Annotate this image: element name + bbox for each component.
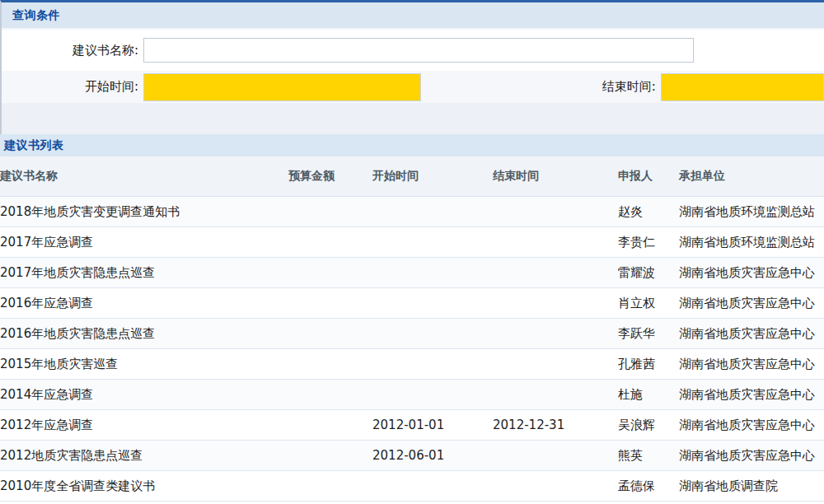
cell-unit: 湖南省地质灾害应急中心 [679, 380, 824, 410]
proposal-list-title-bar: 建议书列表 [0, 134, 824, 156]
end-time-label: 结束时间: [421, 79, 656, 95]
cell-applicant: 雷耀波 [618, 258, 679, 288]
cell-end [493, 288, 618, 319]
cell-unit: 湖南省地质灾害应急中心 [679, 441, 824, 471]
proposal-list-title: 建议书列表 [4, 138, 64, 153]
cell-start [372, 471, 493, 502]
cell-start [372, 288, 493, 319]
column-header-end: 结束时间 [493, 156, 618, 197]
cell-name: 2012地质灾害隐患点巡查 [0, 441, 288, 471]
cell-applicant: 李跃华 [618, 319, 679, 349]
cell-budget [288, 258, 372, 288]
cell-name: 2010年度全省调查类建议书 [0, 471, 288, 502]
cell-budget [288, 197, 372, 227]
cell-budget [288, 471, 372, 502]
cell-end [493, 441, 618, 471]
cell-applicant: 孔雅茜 [618, 349, 679, 380]
cell-applicant: 杜施 [618, 380, 679, 410]
proposal-table: 建议书名称 预算金额 开始时间 结束时间 申报人 承担单位 2018年地质灾害变… [0, 156, 824, 502]
cell-name: 2018年地质灾害变更调查通知书 [0, 197, 288, 227]
cell-budget [288, 227, 372, 258]
cell-start [372, 258, 493, 288]
cell-start: 2012-06-01 [372, 441, 493, 471]
table-row[interactable]: 2014年应急调查杜施湖南省地质灾害应急中心 [0, 380, 824, 410]
end-time-input[interactable] [661, 73, 824, 101]
proposal-name-input[interactable] [143, 38, 694, 63]
query-conditions-panel: 查询条件 建议书名称: 开始时间: 结束时间: [0, 0, 824, 134]
cell-applicant: 肖立权 [618, 288, 679, 319]
table-row[interactable]: 2018年地质灾害变更调查通知书赵炎湖南省地质环境监测总站 [0, 197, 824, 227]
cell-end [493, 258, 618, 288]
table-row[interactable]: 2016年应急调查肖立权湖南省地质灾害应急中心 [0, 288, 824, 319]
table-row[interactable]: 2010年度全省调查类建议书孟德保湖南省地质调查院 [0, 471, 824, 502]
cell-budget [288, 349, 372, 380]
cell-applicant: 孟德保 [618, 471, 679, 502]
cell-unit: 湖南省地质灾害应急中心 [679, 288, 824, 319]
start-time-label: 开始时间: [2, 79, 138, 95]
table-header-row: 建议书名称 预算金额 开始时间 结束时间 申报人 承担单位 [0, 156, 824, 197]
cell-name: 2017年地质灾害隐患点巡查 [0, 258, 288, 288]
cell-start [372, 319, 493, 349]
cell-start: 2012-01-01 [372, 410, 493, 441]
table-row[interactable]: 2017年应急调查李贵仁湖南省地质环境监测总站 [0, 227, 824, 258]
cell-name: 2017年应急调查 [0, 227, 288, 258]
column-header-start: 开始时间 [372, 156, 493, 197]
cell-applicant: 李贵仁 [618, 227, 679, 258]
cell-end [493, 197, 618, 227]
cell-name: 2012年应急调查 [0, 410, 288, 441]
cell-end [493, 227, 618, 258]
proposal-name-label: 建议书名称: [2, 43, 138, 58]
cell-end [493, 471, 618, 502]
cell-name: 2015年地质灾害巡查 [0, 349, 288, 380]
cell-unit: 湖南省地质灾害应急中心 [679, 349, 824, 380]
cell-end [493, 349, 618, 380]
cell-budget [288, 288, 372, 319]
column-header-budget: 预算金额 [288, 156, 372, 197]
cell-start [372, 227, 493, 258]
query-conditions-title: 查询条件 [12, 8, 60, 23]
cell-budget [288, 380, 372, 410]
cell-end [493, 380, 618, 410]
table-row[interactable]: 2015年地质灾害巡查孔雅茜湖南省地质灾害应急中心 [0, 349, 824, 380]
proposal-name-row: 建议书名称: [2, 30, 824, 71]
cell-start [372, 380, 493, 410]
query-panel-footer-band [2, 103, 824, 134]
cell-applicant: 熊英 [618, 441, 679, 471]
cell-name: 2016年应急调查 [0, 288, 288, 319]
cell-name: 2014年应急调查 [0, 380, 288, 410]
cell-budget [288, 319, 372, 349]
query-conditions-title-bar: 查询条件 [2, 2, 824, 30]
table-row[interactable]: 2012地质灾害隐患点巡查2012-06-01熊英湖南省地质灾害应急中心 [0, 441, 824, 471]
column-header-name: 建议书名称 [0, 156, 288, 197]
cell-applicant: 赵炎 [618, 197, 679, 227]
cell-unit: 湖南省地质调查院 [679, 471, 824, 502]
cell-end [493, 319, 618, 349]
cell-name: 2016年地质灾害隐患点巡查 [0, 319, 288, 349]
table-row[interactable]: 2012年应急调查2012-01-012012-12-31吴浪辉湖南省地质灾害应… [0, 410, 824, 441]
cell-unit: 湖南省地质灾害应急中心 [679, 258, 824, 288]
cell-budget [288, 410, 372, 441]
cell-start [372, 349, 493, 380]
table-row[interactable]: 2017年地质灾害隐患点巡查雷耀波湖南省地质灾害应急中心 [0, 258, 824, 288]
cell-unit: 湖南省地质环境监测总站 [679, 197, 824, 227]
cell-unit: 湖南省地质灾害应急中心 [679, 410, 824, 441]
column-header-applicant: 申报人 [618, 156, 679, 197]
cell-unit: 湖南省地质环境监测总站 [679, 227, 824, 258]
cell-budget [288, 441, 372, 471]
time-range-row: 开始时间: 结束时间: [2, 71, 824, 103]
table-row[interactable]: 2016年地质灾害隐患点巡查李跃华湖南省地质灾害应急中心 [0, 319, 824, 349]
cell-end: 2012-12-31 [493, 410, 618, 441]
cell-unit: 湖南省地质灾害应急中心 [679, 319, 824, 349]
cell-applicant: 吴浪辉 [618, 410, 679, 441]
column-header-unit: 承担单位 [679, 156, 824, 197]
cell-start [372, 197, 493, 227]
start-time-input[interactable] [143, 73, 421, 101]
